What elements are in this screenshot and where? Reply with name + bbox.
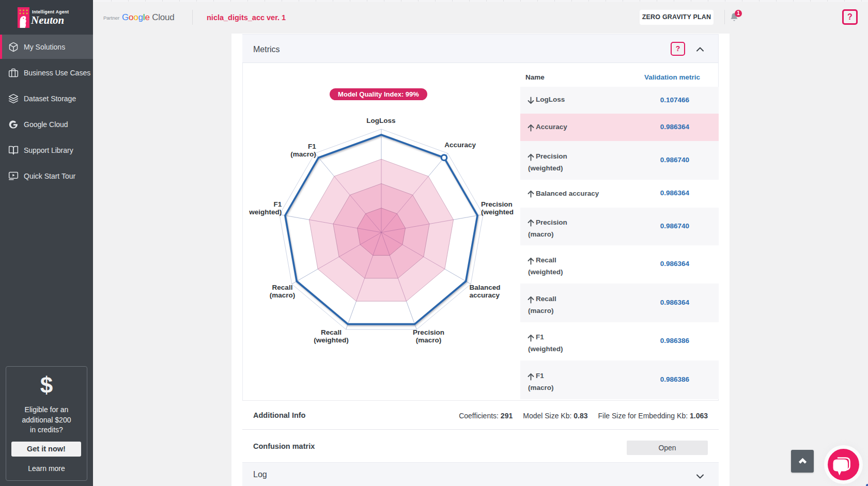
svg-text:F1: F1 — [308, 143, 316, 150]
svg-text:Recall: Recall — [272, 284, 293, 291]
svg-text:Precision: Precision — [413, 328, 444, 336]
svg-text:Precision: Precision — [481, 200, 513, 208]
svg-text:LogLoss: LogLoss — [366, 117, 395, 124]
svg-text:(macro): (macro) — [416, 336, 442, 344]
svg-text:Accuracy: Accuracy — [444, 141, 476, 149]
svg-text:Balanced: Balanced — [470, 284, 501, 291]
svg-text:Recall: Recall — [321, 328, 342, 336]
svg-text:(macro): (macro) — [270, 291, 296, 299]
svg-text:(weighted: (weighted — [481, 208, 514, 216]
svg-text:(weighted): (weighted) — [314, 336, 349, 344]
svg-text:F1: F1 — [274, 200, 282, 208]
svg-text:accuracy: accuracy — [470, 291, 500, 299]
svg-text:weighted): weighted) — [249, 208, 282, 216]
svg-text:(macro): (macro) — [290, 150, 316, 158]
